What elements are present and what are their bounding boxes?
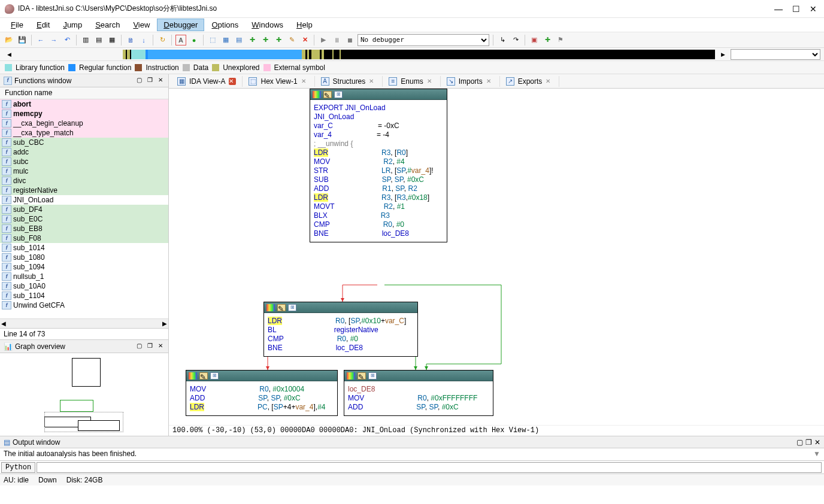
- close-panel-icon[interactable]: ✕: [156, 77, 165, 85]
- functions-list[interactable]: fabortfmemcpyf__cxa_begin_cleanupf__cxa_…: [0, 99, 168, 318]
- tab-structures[interactable]: AStructures✕: [315, 76, 383, 87]
- dock-icon[interactable]: ▢: [796, 438, 803, 447]
- hex-icon[interactable]: ⬚: [207, 35, 218, 45]
- dock-icon[interactable]: ▢: [135, 342, 143, 351]
- run-icon[interactable]: ▶: [318, 35, 329, 45]
- nav-next-icon[interactable]: ▶: [717, 49, 728, 60]
- function-row[interactable]: fsub_E0C: [0, 214, 168, 224]
- menu-search[interactable]: Search: [89, 19, 126, 31]
- restore-icon[interactable]: ❐: [805, 438, 812, 447]
- delete-icon[interactable]: ✕: [299, 35, 310, 45]
- segment3-icon[interactable]: ▦: [107, 35, 117, 45]
- function-row[interactable]: fmemcpy: [0, 109, 168, 119]
- function-row[interactable]: f__cxa_begin_cleanup: [0, 119, 168, 128]
- nav-band[interactable]: [17, 50, 715, 59]
- add-struct-icon[interactable]: ✚: [247, 35, 258, 45]
- tab-close-icon[interactable]: ✕: [229, 78, 236, 85]
- function-row[interactable]: fUnwind GetCFA: [0, 300, 168, 310]
- step-into-icon[interactable]: ↳: [497, 35, 508, 45]
- text-icon[interactable]: 🗎: [125, 35, 136, 45]
- tab-close-icon[interactable]: ✕: [369, 78, 376, 85]
- enum-icon[interactable]: ▤: [234, 35, 244, 45]
- down-icon[interactable]: ↓: [138, 35, 149, 45]
- tab-close-icon[interactable]: ✕: [427, 78, 434, 85]
- menu-file[interactable]: File: [5, 19, 29, 31]
- function-row[interactable]: fsub_F08: [0, 233, 168, 243]
- window1-icon[interactable]: ▣: [529, 35, 540, 45]
- restore-icon[interactable]: ❐: [146, 342, 154, 351]
- function-row[interactable]: fmulc: [0, 166, 168, 176]
- graph-node-2[interactable]: ✎⊞ LDRR0, [SP,#0x10+var_C]BLregisterNati…: [263, 302, 418, 357]
- tab-close-icon[interactable]: ✕: [486, 78, 493, 85]
- text-type-icon[interactable]: A: [175, 35, 186, 45]
- nav-prev-icon[interactable]: ◀: [4, 49, 14, 60]
- close-panel-icon[interactable]: ✕: [814, 438, 820, 447]
- back-icon[interactable]: ←: [35, 35, 46, 45]
- function-row[interactable]: fsub_1104: [0, 291, 168, 300]
- segment-icon[interactable]: ▥: [80, 35, 91, 45]
- function-row[interactable]: fnullsub_1: [0, 272, 168, 281]
- menu-help[interactable]: Help: [290, 19, 319, 31]
- dock-icon[interactable]: ▢: [135, 77, 143, 85]
- functions-column-header[interactable]: Function name: [0, 87, 168, 99]
- function-row[interactable]: fsub_CBC: [0, 138, 168, 147]
- function-row[interactable]: f__cxa_type_match: [0, 128, 168, 138]
- cross-ref-icon[interactable]: ✚: [273, 35, 284, 45]
- function-row[interactable]: fsub_1094: [0, 262, 168, 272]
- add-enum-icon[interactable]: ✚: [260, 35, 271, 45]
- segment2-icon[interactable]: ▤: [93, 35, 104, 45]
- debugger-select[interactable]: No debugger: [358, 34, 489, 46]
- menu-windows[interactable]: Windows: [246, 19, 289, 31]
- function-row[interactable]: faddc: [0, 147, 168, 157]
- save-icon[interactable]: 💾: [17, 35, 28, 45]
- window3-icon[interactable]: ⚑: [555, 35, 566, 45]
- ida-view-graph[interactable]: ✎⊞ EXPORT JNI_OnLoadJNI_OnLoadvar_C= -0x…: [169, 89, 824, 436]
- forward-icon[interactable]: →: [49, 35, 59, 45]
- tab-enums[interactable]: ≡Enums✕: [383, 76, 440, 87]
- maximize-button[interactable]: ☐: [792, 4, 800, 14]
- output-scroll-down-icon[interactable]: ▼: [813, 450, 820, 459]
- function-row[interactable]: fsub_1080: [0, 253, 168, 262]
- function-row[interactable]: fsub_10A0: [0, 281, 168, 291]
- window2-icon[interactable]: ✚: [542, 35, 553, 45]
- graph-node-entry[interactable]: ✎⊞ EXPORT JNI_OnLoadJNI_OnLoadvar_C= -0x…: [310, 89, 447, 242]
- undo-icon[interactable]: ↶: [62, 35, 72, 45]
- close-panel-icon[interactable]: ✕: [156, 342, 165, 351]
- function-row[interactable]: fsub_DF4: [0, 205, 168, 214]
- rename-icon[interactable]: ✎: [286, 35, 297, 45]
- pause-icon[interactable]: ⏸: [331, 35, 342, 45]
- step-over-icon[interactable]: ↷: [510, 35, 521, 45]
- command-input[interactable]: [37, 462, 822, 473]
- close-button[interactable]: ✕: [810, 4, 817, 14]
- function-row[interactable]: fsubc: [0, 157, 168, 166]
- restore-icon[interactable]: ❐: [146, 77, 154, 85]
- function-row[interactable]: fregisterNative: [0, 186, 168, 195]
- function-row[interactable]: fsub_EB8: [0, 224, 168, 233]
- stop-icon[interactable]: ⏹: [344, 35, 355, 45]
- tab-exports[interactable]: ↗Exports✕: [500, 76, 560, 87]
- refresh-icon[interactable]: ↻: [157, 35, 168, 45]
- breakpoint-icon[interactable]: ●: [189, 35, 199, 45]
- minimize-button[interactable]: —: [774, 4, 783, 14]
- python-button[interactable]: Python: [1, 462, 35, 473]
- graph-overview-canvas[interactable]: [0, 353, 168, 436]
- function-row[interactable]: fsub_1014: [0, 243, 168, 253]
- function-row[interactable]: fabort: [0, 99, 168, 109]
- graph-node-4[interactable]: ✎⊞ loc_DE8MOVR0, #0xFFFFFFFFADDSP, SP, #…: [344, 370, 493, 416]
- tab-imports[interactable]: ↘Imports✕: [441, 76, 500, 87]
- menu-options[interactable]: Options: [205, 19, 244, 31]
- open-icon[interactable]: 📂: [4, 35, 14, 45]
- function-row[interactable]: fdivc: [0, 176, 168, 186]
- struct-icon[interactable]: ▦: [220, 35, 231, 45]
- menu-edit[interactable]: Edit: [31, 19, 56, 31]
- tab-close-icon[interactable]: ✕: [301, 78, 308, 85]
- nav-select[interactable]: [731, 49, 820, 60]
- menu-view[interactable]: View: [127, 19, 156, 31]
- menu-debugger[interactable]: Debugger: [157, 19, 204, 31]
- graph-node-3[interactable]: ✎⊞ MOVR0, #0x10004ADDSP, SP, #0xCLDRPC, …: [186, 370, 338, 416]
- tab-close-icon[interactable]: ✕: [546, 78, 553, 85]
- function-row[interactable]: fJNI_OnLoad: [0, 195, 168, 205]
- menu-jump[interactable]: Jump: [57, 19, 88, 31]
- functions-hscroll[interactable]: ◀▶: [0, 318, 168, 328]
- tab-ida-view-a[interactable]: ▦IDA View-A✕: [171, 76, 243, 87]
